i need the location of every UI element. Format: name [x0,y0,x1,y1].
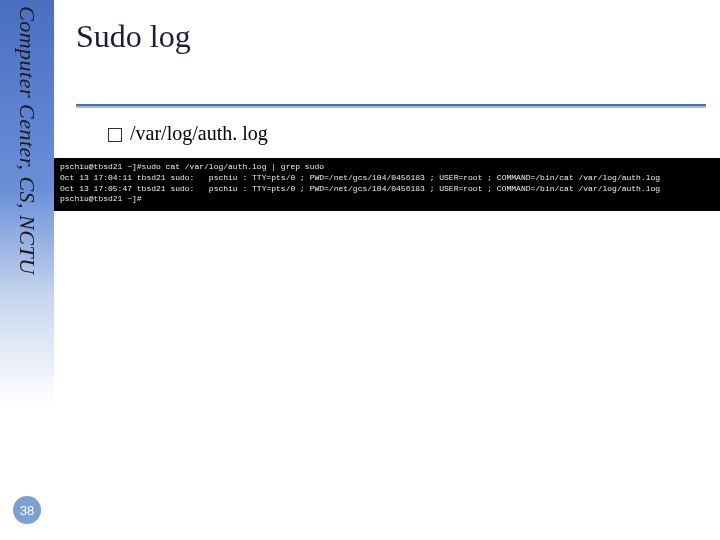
slide: Computer Center, CS, NCTU 38 Sudo log /v… [0,0,720,540]
title-divider [76,104,706,108]
bullet-item: /var/log/auth. log [108,122,268,145]
terminal-line: pschiu@tbsd21 ~]#sudo cat /var/log/auth.… [60,162,324,171]
terminal-line: pschiu@tbsd21 ~]# [60,194,142,203]
sidebar-label: Computer Center, CS, NCTU [14,6,40,275]
terminal-line: Oct 13 17:05:47 tbsd21 sudo: pschiu : TT… [60,184,660,193]
terminal-line: Oct 13 17:04:11 tbsd21 sudo: pschiu : TT… [60,173,660,182]
page-title: Sudo log [76,18,191,55]
terminal-output: pschiu@tbsd21 ~]#sudo cat /var/log/auth.… [54,158,720,211]
square-bullet-icon [108,128,122,142]
page-number-badge: 38 [13,496,41,524]
bullet-text: /var/log/auth. log [130,122,268,145]
sidebar: Computer Center, CS, NCTU [0,0,54,540]
